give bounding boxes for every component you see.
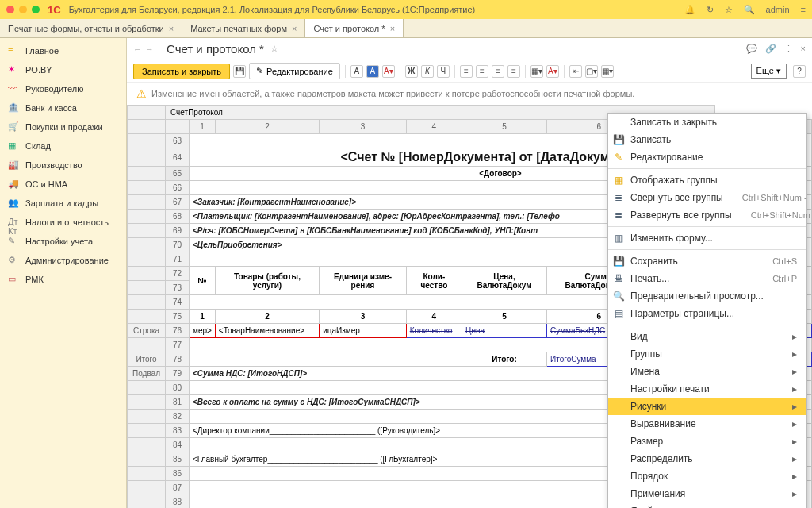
warning-icon: ⚠ <box>136 87 147 100</box>
align-left-icon[interactable]: ≡ <box>460 65 473 78</box>
menu-item[interactable]: ≣Развернуть все группыCtrl+Shift+Num + <box>608 206 806 224</box>
bg-icon[interactable]: ▦▾ <box>530 65 543 78</box>
text-color2-icon[interactable]: A▾ <box>546 65 559 78</box>
align-right-icon[interactable]: ≡ <box>492 65 504 78</box>
sidebar-icon: 〰 <box>8 83 19 94</box>
font-icon[interactable]: A <box>350 65 363 78</box>
bold-icon[interactable]: Ж <box>405 65 418 78</box>
menu-icon: ▥ <box>613 233 624 244</box>
close-content-icon[interactable]: × <box>801 44 806 54</box>
tab-close-icon[interactable]: × <box>390 24 395 33</box>
search-icon[interactable]: 🔍 <box>744 5 755 15</box>
menu-item[interactable]: ✎Редактирование <box>608 148 806 166</box>
star-icon[interactable]: ☆ <box>725 5 733 15</box>
menu-item[interactable]: Группы▸ <box>608 345 806 363</box>
merge-icon[interactable]: ▦▾ <box>601 65 614 78</box>
menu-item[interactable]: ▥Изменить форму... <box>608 229 806 247</box>
menu-icon: ✎ <box>613 152 624 163</box>
more-menu[interactable]: Записать и закрыть💾Записать✎Редактирован… <box>607 113 807 508</box>
nav-fwd-icon[interactable]: → <box>145 44 154 54</box>
menu-item[interactable]: Выравнивание▸ <box>608 415 806 433</box>
menu-item[interactable]: Рисунки▸ <box>608 398 806 415</box>
menu-item[interactable]: Настройки печати▸ <box>608 380 806 398</box>
nav-back-icon[interactable]: ← <box>133 44 142 54</box>
menu-icon: 🖶 <box>613 273 624 284</box>
menu-item[interactable]: ▦Отображать группы <box>608 171 806 189</box>
sidebar-icon: 🛒 <box>8 121 19 133</box>
sidebar-item[interactable]: ✎Настройки учета <box>0 232 126 251</box>
sidebar-icon: ✶ <box>8 64 19 75</box>
menu-icon: ▤ <box>613 308 624 319</box>
submenu-arrow-icon: ▸ <box>792 348 797 360</box>
menu-icon[interactable]: ≡ <box>801 5 806 14</box>
menu-item[interactable]: Вид▸ <box>608 328 806 345</box>
history-icon[interactable]: ↻ <box>707 5 714 15</box>
save-close-button[interactable]: Записать и закрыть <box>133 64 230 79</box>
indent-dec-icon[interactable]: ⇤ <box>569 65 582 78</box>
warning-text: Изменение имен областей, а также парамет… <box>151 89 634 98</box>
user-label[interactable]: admin <box>766 5 790 14</box>
menu-item[interactable]: ≣Свернуть все группыCtrl+Shift+Num - <box>608 189 806 206</box>
underline-icon[interactable]: Ч <box>437 65 450 78</box>
tab-close-icon[interactable]: × <box>169 24 174 33</box>
menu-item[interactable]: Ячейки▸ <box>608 502 806 508</box>
sidebar-item[interactable]: 👥Зарплата и кадры <box>0 194 126 213</box>
minimize-window[interactable] <box>19 6 27 13</box>
menu-item[interactable]: 🔍Предварительный просмотр... <box>608 287 806 305</box>
sidebar-item[interactable]: ▭РМК <box>0 270 126 289</box>
menu-item[interactable]: Примечания▸ <box>608 485 806 502</box>
edit-button[interactable]: ✎ Редактирование <box>249 63 340 79</box>
fav-icon[interactable]: ☆ <box>270 44 278 54</box>
sidebar-icon: 🏭 <box>8 160 19 171</box>
sidebar-item[interactable]: 🏭Производство <box>0 156 126 175</box>
sidebar-item[interactable]: ▦Склад <box>0 137 126 156</box>
menu-item[interactable]: Записать и закрыть <box>608 114 806 131</box>
page-title: Счет и протокол * <box>167 42 264 56</box>
help-button[interactable]: ? <box>793 65 806 78</box>
menu-icon: 💾 <box>613 134 624 145</box>
menu-item[interactable]: 💾Записать <box>608 131 806 148</box>
sidebar-item[interactable]: ✶PO.BY <box>0 60 126 79</box>
sidebar-icon: 🏦 <box>8 102 19 114</box>
maximize-window[interactable] <box>32 6 40 13</box>
font-color-icon[interactable]: A▾ <box>382 65 395 78</box>
sidebar-item[interactable]: 〰Руководителю <box>0 79 126 98</box>
save-icon[interactable]: 💾 <box>233 65 246 78</box>
sidebar-item[interactable]: ⚙Администрирование <box>0 251 126 270</box>
menu-item[interactable]: Распределить▸ <box>608 450 806 468</box>
align-center-icon[interactable]: ≡ <box>476 65 488 78</box>
menu-item[interactable]: Порядок▸ <box>608 468 806 485</box>
menu-item[interactable]: 💾СохранитьCtrl+S <box>608 252 806 270</box>
toolbar: Записать и закрыть 💾 ✎ Редактирование A … <box>127 60 812 83</box>
tab[interactable]: Печатные формы, отчеты и обработки× <box>0 19 182 37</box>
sidebar-item[interactable]: 🛒Покупки и продажи <box>0 117 126 137</box>
italic-icon[interactable]: К <box>421 65 434 78</box>
more-button[interactable]: Еще ▾ <box>751 64 787 79</box>
tab[interactable]: Счет и протокол *× <box>305 19 404 37</box>
menu-icon: ▦ <box>613 175 624 186</box>
more-icon[interactable]: ⋮ <box>784 44 793 54</box>
menu-item[interactable]: ▤Параметры страницы... <box>608 305 806 322</box>
menu-item[interactable]: Имена▸ <box>608 363 806 380</box>
close-window[interactable] <box>6 6 14 13</box>
sidebar-icon: ▭ <box>8 274 19 285</box>
align-justify-icon[interactable]: ≡ <box>508 65 520 78</box>
sidebar-item[interactable]: Дт КтНалоги и отчетность <box>0 213 126 232</box>
tab-close-icon[interactable]: × <box>292 24 297 33</box>
menu-icon: 💾 <box>613 256 624 267</box>
menu-item[interactable]: Размер▸ <box>608 433 806 450</box>
tab[interactable]: Макеты печатных форм× <box>182 19 305 37</box>
submenu-arrow-icon: ▸ <box>792 488 797 499</box>
sidebar-item[interactable]: 🚚ОС и НМА <box>0 175 126 194</box>
discuss-icon[interactable]: 💬 <box>746 44 757 54</box>
link-icon[interactable]: 🔗 <box>765 44 776 54</box>
menu-item[interactable]: 🖶Печать...Ctrl+P <box>608 270 806 287</box>
sidebar-item[interactable]: 🏦Банк и касса <box>0 98 126 117</box>
window-controls[interactable] <box>6 6 40 13</box>
fill-icon[interactable]: A <box>366 65 379 78</box>
bell-icon[interactable]: 🔔 <box>684 5 695 15</box>
border-icon[interactable]: ▢▾ <box>585 65 598 78</box>
sidebar-item[interactable]: ≡Главное <box>0 41 126 60</box>
sidebar-icon: ▦ <box>8 140 19 152</box>
submenu-arrow-icon: ▸ <box>792 436 797 447</box>
